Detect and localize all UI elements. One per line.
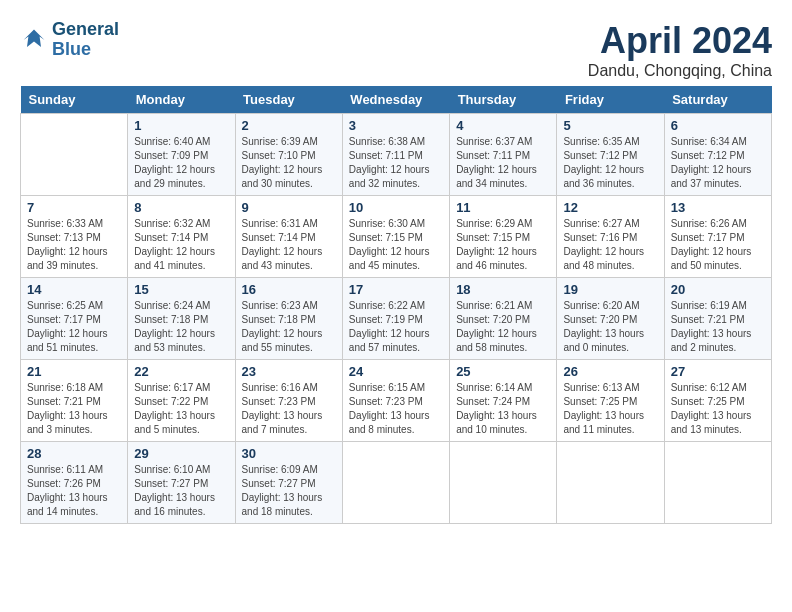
day-info: Sunrise: 6:31 AMSunset: 7:14 PMDaylight:…: [242, 218, 323, 271]
weekday-header-thursday: Thursday: [450, 86, 557, 114]
weekday-header-wednesday: Wednesday: [342, 86, 449, 114]
page-header: General Blue April 2024 Dandu, Chongqing…: [20, 20, 772, 80]
calendar-cell: 17 Sunrise: 6:22 AMSunset: 7:19 PMDaylig…: [342, 278, 449, 360]
weekday-header-saturday: Saturday: [664, 86, 771, 114]
calendar-cell: 19 Sunrise: 6:20 AMSunset: 7:20 PMDaylig…: [557, 278, 664, 360]
logo-line2: Blue: [52, 39, 91, 59]
day-number: 8: [134, 200, 228, 215]
calendar-week-row: 14 Sunrise: 6:25 AMSunset: 7:17 PMDaylig…: [21, 278, 772, 360]
day-info: Sunrise: 6:37 AMSunset: 7:11 PMDaylight:…: [456, 136, 537, 189]
calendar-cell: 22 Sunrise: 6:17 AMSunset: 7:22 PMDaylig…: [128, 360, 235, 442]
weekday-header-tuesday: Tuesday: [235, 86, 342, 114]
day-info: Sunrise: 6:16 AMSunset: 7:23 PMDaylight:…: [242, 382, 323, 435]
calendar-cell: 29 Sunrise: 6:10 AMSunset: 7:27 PMDaylig…: [128, 442, 235, 524]
weekday-header-monday: Monday: [128, 86, 235, 114]
calendar-week-row: 7 Sunrise: 6:33 AMSunset: 7:13 PMDayligh…: [21, 196, 772, 278]
calendar-cell: 28 Sunrise: 6:11 AMSunset: 7:26 PMDaylig…: [21, 442, 128, 524]
day-number: 19: [563, 282, 657, 297]
day-info: Sunrise: 6:22 AMSunset: 7:19 PMDaylight:…: [349, 300, 430, 353]
calendar-cell: 10 Sunrise: 6:30 AMSunset: 7:15 PMDaylig…: [342, 196, 449, 278]
day-info: Sunrise: 6:24 AMSunset: 7:18 PMDaylight:…: [134, 300, 215, 353]
calendar-cell: 23 Sunrise: 6:16 AMSunset: 7:23 PMDaylig…: [235, 360, 342, 442]
calendar-cell: 6 Sunrise: 6:34 AMSunset: 7:12 PMDayligh…: [664, 114, 771, 196]
calendar-week-row: 28 Sunrise: 6:11 AMSunset: 7:26 PMDaylig…: [21, 442, 772, 524]
day-info: Sunrise: 6:26 AMSunset: 7:17 PMDaylight:…: [671, 218, 752, 271]
calendar-cell: [557, 442, 664, 524]
day-number: 17: [349, 282, 443, 297]
location-subtitle: Dandu, Chongqing, China: [588, 62, 772, 80]
day-info: Sunrise: 6:20 AMSunset: 7:20 PMDaylight:…: [563, 300, 644, 353]
calendar-cell: 9 Sunrise: 6:31 AMSunset: 7:14 PMDayligh…: [235, 196, 342, 278]
calendar-cell: 13 Sunrise: 6:26 AMSunset: 7:17 PMDaylig…: [664, 196, 771, 278]
calendar-cell: 25 Sunrise: 6:14 AMSunset: 7:24 PMDaylig…: [450, 360, 557, 442]
day-info: Sunrise: 6:10 AMSunset: 7:27 PMDaylight:…: [134, 464, 215, 517]
day-number: 1: [134, 118, 228, 133]
calendar-table: SundayMondayTuesdayWednesdayThursdayFrid…: [20, 86, 772, 524]
calendar-cell: 12 Sunrise: 6:27 AMSunset: 7:16 PMDaylig…: [557, 196, 664, 278]
logo-text: General Blue: [52, 20, 119, 60]
day-number: 11: [456, 200, 550, 215]
calendar-cell: 30 Sunrise: 6:09 AMSunset: 7:27 PMDaylig…: [235, 442, 342, 524]
day-info: Sunrise: 6:09 AMSunset: 7:27 PMDaylight:…: [242, 464, 323, 517]
day-info: Sunrise: 6:34 AMSunset: 7:12 PMDaylight:…: [671, 136, 752, 189]
calendar-cell: 11 Sunrise: 6:29 AMSunset: 7:15 PMDaylig…: [450, 196, 557, 278]
svg-marker-0: [24, 29, 45, 47]
day-number: 29: [134, 446, 228, 461]
day-number: 9: [242, 200, 336, 215]
logo-line1: General: [52, 19, 119, 39]
day-info: Sunrise: 6:27 AMSunset: 7:16 PMDaylight:…: [563, 218, 644, 271]
logo-icon: [20, 26, 48, 54]
day-info: Sunrise: 6:19 AMSunset: 7:21 PMDaylight:…: [671, 300, 752, 353]
calendar-cell: 8 Sunrise: 6:32 AMSunset: 7:14 PMDayligh…: [128, 196, 235, 278]
day-info: Sunrise: 6:23 AMSunset: 7:18 PMDaylight:…: [242, 300, 323, 353]
day-number: 15: [134, 282, 228, 297]
day-number: 18: [456, 282, 550, 297]
weekday-header-row: SundayMondayTuesdayWednesdayThursdayFrid…: [21, 86, 772, 114]
calendar-cell: 4 Sunrise: 6:37 AMSunset: 7:11 PMDayligh…: [450, 114, 557, 196]
day-number: 23: [242, 364, 336, 379]
calendar-cell: 7 Sunrise: 6:33 AMSunset: 7:13 PMDayligh…: [21, 196, 128, 278]
day-number: 22: [134, 364, 228, 379]
day-info: Sunrise: 6:12 AMSunset: 7:25 PMDaylight:…: [671, 382, 752, 435]
month-year-title: April 2024: [588, 20, 772, 62]
calendar-cell: 15 Sunrise: 6:24 AMSunset: 7:18 PMDaylig…: [128, 278, 235, 360]
weekday-header-sunday: Sunday: [21, 86, 128, 114]
title-block: April 2024 Dandu, Chongqing, China: [588, 20, 772, 80]
calendar-week-row: 1 Sunrise: 6:40 AMSunset: 7:09 PMDayligh…: [21, 114, 772, 196]
calendar-cell: 14 Sunrise: 6:25 AMSunset: 7:17 PMDaylig…: [21, 278, 128, 360]
day-number: 7: [27, 200, 121, 215]
day-number: 20: [671, 282, 765, 297]
day-number: 24: [349, 364, 443, 379]
day-info: Sunrise: 6:33 AMSunset: 7:13 PMDaylight:…: [27, 218, 108, 271]
day-info: Sunrise: 6:11 AMSunset: 7:26 PMDaylight:…: [27, 464, 108, 517]
day-number: 26: [563, 364, 657, 379]
calendar-cell: [664, 442, 771, 524]
day-number: 21: [27, 364, 121, 379]
calendar-cell: 24 Sunrise: 6:15 AMSunset: 7:23 PMDaylig…: [342, 360, 449, 442]
day-info: Sunrise: 6:17 AMSunset: 7:22 PMDaylight:…: [134, 382, 215, 435]
calendar-week-row: 21 Sunrise: 6:18 AMSunset: 7:21 PMDaylig…: [21, 360, 772, 442]
day-number: 12: [563, 200, 657, 215]
day-info: Sunrise: 6:13 AMSunset: 7:25 PMDaylight:…: [563, 382, 644, 435]
day-number: 30: [242, 446, 336, 461]
calendar-cell: 2 Sunrise: 6:39 AMSunset: 7:10 PMDayligh…: [235, 114, 342, 196]
day-number: 4: [456, 118, 550, 133]
day-number: 16: [242, 282, 336, 297]
calendar-cell: 21 Sunrise: 6:18 AMSunset: 7:21 PMDaylig…: [21, 360, 128, 442]
day-info: Sunrise: 6:32 AMSunset: 7:14 PMDaylight:…: [134, 218, 215, 271]
day-info: Sunrise: 6:40 AMSunset: 7:09 PMDaylight:…: [134, 136, 215, 189]
day-info: Sunrise: 6:25 AMSunset: 7:17 PMDaylight:…: [27, 300, 108, 353]
day-info: Sunrise: 6:30 AMSunset: 7:15 PMDaylight:…: [349, 218, 430, 271]
day-number: 27: [671, 364, 765, 379]
calendar-cell: 18 Sunrise: 6:21 AMSunset: 7:20 PMDaylig…: [450, 278, 557, 360]
calendar-cell: [342, 442, 449, 524]
day-number: 10: [349, 200, 443, 215]
day-number: 28: [27, 446, 121, 461]
calendar-cell: 26 Sunrise: 6:13 AMSunset: 7:25 PMDaylig…: [557, 360, 664, 442]
day-info: Sunrise: 6:14 AMSunset: 7:24 PMDaylight:…: [456, 382, 537, 435]
day-info: Sunrise: 6:38 AMSunset: 7:11 PMDaylight:…: [349, 136, 430, 189]
calendar-cell: 27 Sunrise: 6:12 AMSunset: 7:25 PMDaylig…: [664, 360, 771, 442]
calendar-cell: 16 Sunrise: 6:23 AMSunset: 7:18 PMDaylig…: [235, 278, 342, 360]
day-number: 3: [349, 118, 443, 133]
calendar-cell: 20 Sunrise: 6:19 AMSunset: 7:21 PMDaylig…: [664, 278, 771, 360]
